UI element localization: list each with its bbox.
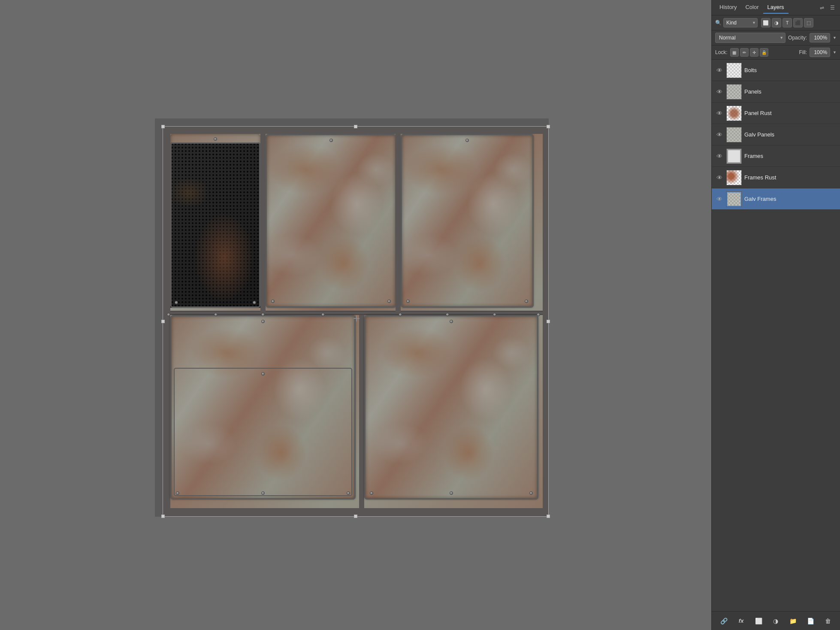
layers-list[interactable]: 👁 Bolts 👁 Panels 👁 Panel Rust <box>712 60 840 611</box>
tab-color[interactable]: Color <box>741 1 763 14</box>
fill-arrow-icon[interactable]: ▼ <box>833 50 837 55</box>
lock-row: Lock: ▦ ✏ ✛ 🔒 Fill: 100% ▼ <box>712 45 840 60</box>
bolt <box>347 491 350 495</box>
frame-v2 <box>396 134 401 312</box>
bolt <box>370 491 373 495</box>
visibility-frames-rust[interactable]: 👁 <box>715 173 724 182</box>
lock-transparency-icon[interactable]: ▦ <box>730 48 739 57</box>
canvas-wrapper <box>163 126 549 517</box>
opacity-value[interactable]: 100% <box>810 33 830 42</box>
ruler-top <box>155 118 549 126</box>
visibility-panels[interactable]: 👁 <box>715 88 724 96</box>
layer-name-panel-rust: Panel Rust <box>744 110 837 116</box>
thumb-frames <box>726 148 742 164</box>
thumb-bolts <box>726 63 742 78</box>
lock-icons: ▦ ✏ ✛ 🔒 <box>730 48 768 57</box>
filter-adjust-icon[interactable]: ◑ <box>772 18 781 27</box>
bolt <box>406 300 410 303</box>
panel-menu-icon[interactable]: ⇌ <box>818 3 826 12</box>
thumb-galv-frames <box>726 191 742 207</box>
layer-item-panels[interactable]: 👁 Panels <box>712 81 840 103</box>
fx-icon[interactable]: fx <box>736 616 746 626</box>
panel-bottom: 🔗 fx ⬜ ◑ 📁 📄 🗑 <box>712 611 840 630</box>
filter-icons: ⬜ ◑ T ⬛ ⬚ <box>761 18 813 27</box>
filter-type-icon[interactable]: T <box>783 18 792 27</box>
thumb-panel-rust <box>726 106 742 121</box>
layer-name-panels: Panels <box>744 88 837 95</box>
canvas-content[interactable] <box>163 126 549 517</box>
bolt <box>261 313 265 316</box>
layer-item-galv-panels[interactable]: 👁 Galv Panels <box>712 124 840 145</box>
bolt <box>261 320 265 323</box>
panel-top-right <box>401 134 534 308</box>
visibility-galv-panels[interactable]: 👁 <box>715 130 724 139</box>
frame-right <box>543 126 549 517</box>
ruler-left <box>155 126 163 517</box>
visibility-galv-frames[interactable]: 👁 <box>715 195 724 203</box>
bolt <box>261 491 265 495</box>
layer-name-galv-frames: Galv Frames <box>744 196 837 202</box>
add-mask-icon[interactable]: ⬜ <box>753 616 764 626</box>
bolt <box>176 491 179 495</box>
bolt <box>329 139 333 142</box>
fill-value[interactable]: 100% <box>810 48 830 57</box>
opacity-arrow-icon[interactable]: ▼ <box>833 36 837 40</box>
bolt <box>450 491 453 495</box>
delete-layer-icon[interactable]: 🗑 <box>823 616 833 626</box>
filter-shape-icon[interactable]: ⬛ <box>793 18 803 27</box>
bolt <box>261 372 265 376</box>
bolt <box>493 313 496 316</box>
filter-pixel-icon[interactable]: ⬜ <box>761 18 771 27</box>
panel-top-left <box>170 134 260 308</box>
layer-item-galv-frames[interactable]: 👁 Galv Frames <box>712 188 840 210</box>
frame-horizontal <box>163 311 549 315</box>
bolt <box>253 301 256 304</box>
thumb-galv-panels <box>726 127 742 142</box>
bolt <box>167 313 170 316</box>
panel-bottom-left <box>170 315 356 500</box>
adjustment-layer-icon[interactable]: ◑ <box>771 616 781 626</box>
tab-icons: ⇌ ☰ <box>818 3 837 12</box>
filter-bar: 🔍 Kind Name Effect Mode Attribute Color … <box>712 15 840 30</box>
frame-bottom <box>163 508 549 517</box>
frame-left <box>163 126 170 517</box>
lock-all-icon[interactable]: 🔒 <box>760 48 768 57</box>
filter-smart-icon[interactable]: ⬚ <box>804 18 813 27</box>
folder-icon[interactable]: 📁 <box>788 616 798 626</box>
blend-select-wrap: Normal Dissolve Multiply Screen Overlay … <box>715 33 786 43</box>
bolt <box>525 300 528 303</box>
lock-pixels-icon[interactable]: ✏ <box>740 48 749 57</box>
bolt <box>387 300 391 303</box>
visibility-frames[interactable]: 👁 <box>715 152 724 161</box>
right-panel: History Color Layers ⇌ ☰ 🔍 Kind Name Eff… <box>711 0 840 630</box>
blend-mode-select[interactable]: Normal Dissolve Multiply Screen Overlay <box>715 33 786 43</box>
kind-select-wrap: Kind Name Effect Mode Attribute Color ▼ <box>723 18 758 27</box>
layer-name-bolts: Bolts <box>744 67 837 73</box>
lock-position-icon[interactable]: ✛ <box>750 48 758 57</box>
layer-item-frames-rust[interactable]: 👁 Frames Rust <box>712 167 840 188</box>
bolt <box>214 313 218 316</box>
blend-row: Normal Dissolve Multiply Screen Overlay … <box>712 30 840 45</box>
panel-options-icon[interactable]: ☰ <box>828 3 837 12</box>
bolt <box>446 313 449 316</box>
visibility-panel-rust[interactable]: 👁 <box>715 109 724 118</box>
kind-select[interactable]: Kind Name Effect Mode Attribute Color <box>723 18 758 27</box>
tab-layers[interactable]: Layers <box>763 1 789 14</box>
fill-label: Fill: <box>799 49 807 55</box>
tab-history[interactable]: History <box>715 1 741 14</box>
layer-item-frames[interactable]: 👁 Frames <box>712 145 840 167</box>
bolt <box>537 313 540 316</box>
layer-item-bolts[interactable]: 👁 Bolts <box>712 60 840 81</box>
layer-item-panel-rust[interactable]: 👁 Panel Rust <box>712 103 840 124</box>
thumb-frames-rust <box>726 170 742 185</box>
bolt <box>214 137 217 141</box>
bolt <box>465 139 469 142</box>
inner-frame <box>174 368 352 496</box>
visibility-bolts[interactable]: 👁 <box>715 66 724 75</box>
panel-bottom-right <box>364 315 538 500</box>
new-layer-icon[interactable]: 📄 <box>805 616 816 626</box>
frame-top <box>163 126 549 134</box>
bolt <box>529 491 533 495</box>
layer-name-galv-panels: Galv Panels <box>744 131 837 138</box>
link-layers-icon[interactable]: 🔗 <box>719 616 729 626</box>
